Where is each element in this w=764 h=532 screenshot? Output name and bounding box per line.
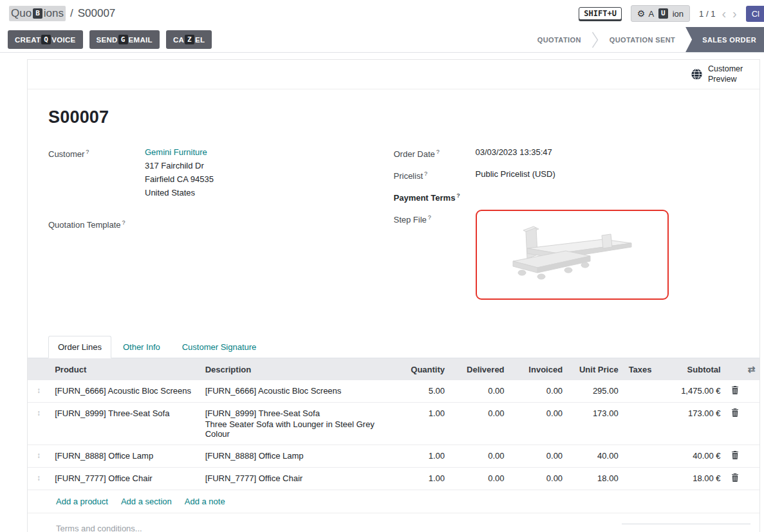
- corner-cutoff-button[interactable]: Cl: [746, 6, 764, 22]
- drag-handle-icon[interactable]: ↕: [28, 468, 50, 490]
- cell-invoiced[interactable]: 0.00: [510, 468, 568, 490]
- create-invoice-button[interactable]: CREATQVOICE: [8, 30, 83, 50]
- drag-handle-icon[interactable]: ↕: [28, 403, 50, 445]
- create-invoice-label-pre: CREAT: [15, 36, 41, 44]
- add-a-section-link[interactable]: Add a section: [121, 497, 172, 506]
- customer-link[interactable]: Gemini Furniture: [145, 147, 207, 157]
- status-step-quotation-sent[interactable]: QUOTATION SENT: [599, 27, 685, 52]
- breadcrumb-parent-text-post: ions: [44, 7, 64, 20]
- status-step-quotation[interactable]: QUOTATION: [527, 27, 592, 52]
- field-payment-terms: Payment Terms?: [394, 189, 740, 205]
- table-row[interactable]: ↕ [FURN_8888] Office Lamp [FURN_8888] Of…: [28, 445, 759, 468]
- quotation-template-input[interactable]: [145, 216, 235, 232]
- field-order-date: Order Date? 03/03/2023 13:35:47: [394, 145, 740, 161]
- cell-description[interactable]: [FURN_6666] Acoustic Bloc Screens: [200, 380, 395, 403]
- field-grid: Customer? Gemini Furniture 317 Fairchild…: [48, 145, 739, 307]
- cell-taxes[interactable]: [624, 403, 656, 445]
- cell-product[interactable]: [FURN_8888] Office Lamp: [50, 445, 200, 468]
- tab-other-info[interactable]: Other Info: [122, 336, 162, 358]
- cell-product[interactable]: [FURN_8999] Three-Seat Sofa: [50, 403, 200, 445]
- delete-row-button[interactable]: [726, 445, 743, 468]
- drag-handle-icon[interactable]: ↕: [28, 445, 50, 468]
- column-header-unit-price: Unit Price: [568, 358, 624, 380]
- order-date-value[interactable]: 03/03/2023 13:35:47: [476, 145, 552, 161]
- send-email-label-post: EMAIL: [129, 36, 153, 44]
- optional-columns-header: ⇄: [743, 358, 759, 380]
- table-header-row: Product Description Quantity Delivered I…: [28, 358, 759, 380]
- pricelist-value[interactable]: Public Pricelist (USD): [476, 167, 555, 183]
- adjust-columns-icon[interactable]: ⇄: [748, 364, 756, 374]
- kbd-hint-create-invoice: Q: [41, 35, 51, 45]
- cell-delivered[interactable]: 0.00: [450, 380, 510, 403]
- delete-row-button[interactable]: [726, 403, 743, 445]
- kbd-hint-action: U: [658, 8, 668, 19]
- cell-quantity[interactable]: 1.00: [394, 403, 450, 445]
- step-file-3d-model: [501, 221, 643, 288]
- help-icon: ?: [86, 149, 89, 155]
- cell-unit-price[interactable]: 173.00: [568, 403, 624, 445]
- action-label-post: ion: [673, 9, 684, 19]
- sheet-top-bar: Customer Preview: [28, 60, 759, 89]
- cell-quantity[interactable]: 5.00: [394, 380, 450, 403]
- cell-delivered[interactable]: 0.00: [450, 468, 510, 490]
- cancel-label-post: EL: [195, 36, 205, 44]
- column-header-quantity: Quantity: [394, 358, 450, 380]
- list-footer-links: Add a product Add a section Add a note: [28, 490, 759, 513]
- customer-preview-label: Customer Preview: [708, 64, 748, 85]
- cancel-button[interactable]: CAZEL: [166, 30, 212, 50]
- action-menu-button[interactable]: ⚙ AUion: [631, 5, 690, 22]
- pager-next-button[interactable]: ›: [732, 7, 737, 20]
- breadcrumb-quotations-link[interactable]: QuoBions: [9, 6, 66, 21]
- cell-invoiced[interactable]: 0.00: [510, 445, 568, 468]
- breadcrumb-separator: /: [70, 7, 73, 20]
- field-label-pricelist: Pricelist?: [394, 167, 476, 183]
- help-icon: ?: [424, 170, 427, 177]
- cell-subtotal[interactable]: 40.00 €: [656, 445, 726, 468]
- cell-unit-price[interactable]: 295.00: [568, 380, 624, 403]
- cell-unit-price[interactable]: 40.00: [568, 445, 624, 468]
- cell-quantity[interactable]: 1.00: [394, 445, 450, 468]
- tab-order-lines[interactable]: Order Lines: [48, 336, 111, 358]
- cell-subtotal[interactable]: 1,475.00 €: [656, 380, 726, 403]
- cell-subtotal[interactable]: 173.00 €: [656, 403, 726, 445]
- status-step-sales-order[interactable]: SALES ORDER: [685, 27, 764, 52]
- cell-quantity[interactable]: 1.00: [394, 468, 450, 490]
- cell-invoiced[interactable]: 0.00: [510, 380, 568, 403]
- cell-product[interactable]: [FURN_6666] Acoustic Bloc Screens: [50, 380, 200, 403]
- table-row[interactable]: ↕ [FURN_6666] Acoustic Bloc Screens [FUR…: [28, 380, 759, 403]
- cell-description[interactable]: [FURN_8999] Three-Seat Sofa Three Seater…: [200, 403, 395, 445]
- row-end-spacer: [743, 380, 759, 403]
- table-row[interactable]: ↕ [FURN_7777] Office Chair [FURN_7777] O…: [28, 468, 759, 490]
- field-step-file: Step File?: [394, 211, 740, 300]
- order-date-label-text: Order Date: [394, 149, 435, 159]
- cell-taxes[interactable]: [624, 445, 656, 468]
- delete-row-button[interactable]: [726, 380, 743, 403]
- cell-description[interactable]: [FURN_7777] Office Chair: [200, 468, 395, 490]
- pager: 1 / 1 ‹ ›: [699, 7, 737, 20]
- drag-handle-icon[interactable]: ↕: [28, 380, 50, 403]
- payment-terms-input[interactable]: [476, 189, 566, 205]
- pricelist-label-text: Pricelist: [394, 171, 424, 181]
- send-email-button[interactable]: SENDGEMAIL: [89, 30, 160, 50]
- cell-delivered[interactable]: 0.00: [450, 403, 510, 445]
- tab-customer-signature[interactable]: Customer Signature: [181, 336, 258, 358]
- step-file-preview[interactable]: [476, 210, 669, 300]
- terms-and-conditions-input[interactable]: Terms and conditions...: [56, 524, 142, 532]
- cell-unit-price[interactable]: 18.00: [568, 468, 624, 490]
- cell-taxes[interactable]: [624, 380, 656, 403]
- cell-subtotal[interactable]: 18.00 €: [656, 468, 726, 490]
- add-a-product-link[interactable]: Add a product: [56, 497, 108, 506]
- statusbar-chevron-icon: [592, 28, 599, 52]
- column-header-taxes: Taxes: [624, 358, 656, 380]
- cell-delivered[interactable]: 0.00: [450, 445, 510, 468]
- add-a-note-link[interactable]: Add a note: [185, 497, 225, 506]
- customer-preview-link[interactable]: Customer Preview: [691, 64, 748, 85]
- pager-previous-button[interactable]: ‹: [722, 7, 726, 20]
- cell-product[interactable]: [FURN_7777] Office Chair: [50, 468, 200, 490]
- handle-column-header: [28, 358, 50, 380]
- table-row[interactable]: ↕ [FURN_8999] Three-Seat Sofa [FURN_8999…: [28, 403, 759, 445]
- cell-taxes[interactable]: [624, 468, 656, 490]
- delete-row-button[interactable]: [726, 468, 743, 490]
- cell-invoiced[interactable]: 0.00: [510, 403, 568, 445]
- cell-description[interactable]: [FURN_8888] Office Lamp: [200, 445, 395, 468]
